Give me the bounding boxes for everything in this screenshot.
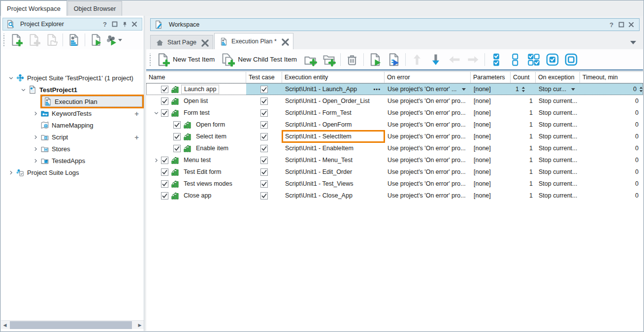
expanded-chevron-icon[interactable] [18,85,28,95]
item-checkbox[interactable] [173,121,181,129]
tab-list-dropdown-icon[interactable] [630,41,636,44]
add-item-button[interactable]: + [134,133,139,141]
item-checkbox[interactable] [161,180,168,188]
new-group-button[interactable] [301,51,319,68]
collapsed-chevron-icon[interactable] [31,108,40,118]
close-icon[interactable] [130,20,139,29]
test-case-checkbox[interactable] [260,168,268,176]
column-header-timeout-min[interactable]: Timeout, min [580,72,643,83]
run-project-button[interactable] [88,32,104,48]
test-item-row[interactable]: Launch appScript\Unit1 - Launch_App•••Us… [146,83,643,95]
uncheck-selected-button[interactable] [562,51,580,68]
item-checkbox[interactable] [161,98,168,105]
maximize-icon[interactable] [617,20,626,29]
column-header-count[interactable]: Count [511,72,536,83]
test-case-checkbox[interactable] [260,180,268,188]
test-case-checkbox[interactable] [260,192,268,199]
dropdown-caret-icon[interactable] [571,88,575,91]
item-checkbox[interactable] [173,133,181,140]
item-checkbox[interactable] [161,192,168,199]
test-item-row[interactable]: Enable itemScript\Unit1 - EnableItemUse … [146,142,643,154]
item-checkbox[interactable] [161,168,168,176]
column-header-execution-entity[interactable]: Execution entity [282,72,385,83]
toolbar-grip[interactable] [2,33,6,46]
test-item-row[interactable]: Open formScript\Unit1 - OpenFormUse proj… [146,119,643,131]
column-header-name[interactable]: Name [146,72,246,83]
ellipsis-button[interactable]: ••• [373,86,382,92]
column-header-on-exception[interactable]: On exception [536,72,580,83]
item-checkbox[interactable] [161,109,168,117]
column-header-test-case[interactable]: Test case [246,72,282,83]
test-case-checkbox[interactable] [260,157,268,164]
tree-item-project-suite-testproject1-1-project-[interactable]: Project Suite 'TestProject1' (1 project) [1,72,144,84]
main-tab-project-workspace[interactable]: Project Workspace [0,0,67,16]
collapsed-chevron-icon[interactable] [31,144,40,154]
new-child-group-button[interactable] [320,51,338,68]
tree-item-keywordtests[interactable]: KeywordTests+ [1,107,144,119]
scroll-right-arrow-icon[interactable]: ▶ [136,321,144,330]
test-item-row[interactable]: Open listScript\Unit1 - Open_Order_ListU… [146,95,643,107]
test-item-row[interactable]: Close appScript\Unit1 - Close_AppUse pro… [146,190,643,201]
check-all-button[interactable] [487,51,505,68]
help-icon[interactable]: ? [607,20,616,29]
run-project-suite-button[interactable] [105,32,122,48]
delete-button[interactable] [343,51,361,68]
maximize-icon[interactable] [110,20,119,29]
check-selected-button[interactable] [544,51,561,68]
move-down-button[interactable] [427,51,445,68]
test-case-checkbox[interactable] [260,145,268,152]
edit-execution-plan-button[interactable] [65,32,82,48]
timeout-spinner[interactable] [640,87,643,92]
item-checkbox[interactable] [161,157,168,164]
toggle-checks-button[interactable] [525,51,543,68]
test-case-checkbox[interactable] [260,121,268,129]
item-checkbox[interactable] [173,145,181,152]
test-case-checkbox[interactable] [260,98,268,105]
scrollbar-thumb[interactable] [10,321,132,329]
test-item-row[interactable]: Menu testScript\Unit1 - Menu_TestUse pro… [146,154,643,166]
help-icon[interactable]: ? [100,20,109,29]
collapsed-chevron-icon[interactable] [31,132,40,142]
horizontal-scrollbar[interactable]: ◀ ▶ [1,320,144,329]
collapsed-chevron-icon[interactable] [31,156,40,166]
tree-item-testproject1[interactable]: TestProject1 [1,84,144,96]
test-item-row[interactable]: Test views modesScript\Unit1 - Test_View… [146,178,643,190]
doc-tab-execution-plan-[interactable]: Execution Plan * [214,33,293,49]
run-selected-button[interactable] [366,51,384,68]
new-project-suite-button[interactable] [8,32,25,48]
column-header-parameters[interactable]: Parameters [471,72,511,83]
tree-item-namemapping[interactable]: NameMapping [1,119,144,131]
add-item-button[interactable]: + [134,109,139,118]
collapsed-chevron-icon[interactable] [151,154,161,166]
count-spinner[interactable] [522,87,525,92]
test-case-checkbox[interactable] [260,109,268,117]
doc-tab-start-page[interactable]: Start Page [150,35,213,49]
pin-icon[interactable] [120,20,129,29]
run-from-selected-button[interactable] [385,51,403,68]
tree-item-testedapps[interactable]: TestedApps [1,155,144,166]
test-case-checkbox[interactable] [260,86,268,93]
tree-item-stores[interactable]: Stores [1,143,144,155]
tree-item-execution-plan[interactable]: Execution Plan [1,96,144,107]
expanded-chevron-icon[interactable] [151,107,161,119]
new-child-test-item-button[interactable]: New Child Test Item [219,51,300,68]
tab-close-icon[interactable] [201,39,208,46]
test-item-row[interactable]: Test Edit formScript\Unit1 - Edit_OrderU… [146,166,643,178]
expanded-chevron-icon[interactable] [6,73,16,83]
dropdown-caret-icon[interactable] [462,88,466,91]
main-tab-object-browser[interactable]: Object Browser [67,1,122,16]
tab-close-icon[interactable] [281,38,288,45]
tree-item-script[interactable]: Script+ [1,131,144,143]
dropdown-caret-icon[interactable] [118,39,122,41]
collapsed-chevron-icon[interactable] [6,167,16,177]
scroll-left-arrow-icon[interactable]: ◀ [1,321,9,330]
column-header-on-error[interactable]: On error [385,72,471,83]
test-item-row[interactable]: Form testScript\Unit1 - Form_TestUse pro… [146,107,643,119]
tree-item-project-suite-logs[interactable]: Project Suite Logs [1,166,144,178]
scrollbar-track[interactable] [9,321,136,330]
test-item-row[interactable]: Select itemScript\Unit1 - SelectItemUse … [146,131,643,142]
test-case-checkbox[interactable] [260,133,268,140]
uncheck-all-button[interactable] [506,51,524,68]
item-checkbox[interactable] [161,86,168,93]
close-icon[interactable] [627,20,636,29]
